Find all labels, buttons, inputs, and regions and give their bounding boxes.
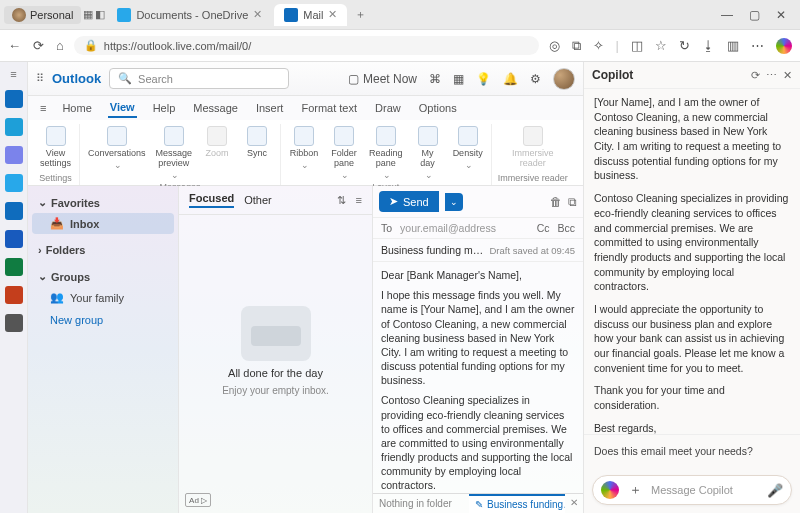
site-lock-icon: 🔒 <box>84 39 98 52</box>
back-button[interactable]: ← <box>8 38 21 53</box>
extensions-icon[interactable]: ✧ <box>593 38 604 53</box>
bcc-button[interactable]: Bcc <box>557 222 575 234</box>
ribbon-reading-pane[interactable]: Reading pane <box>367 124 405 182</box>
app-rail: ≡ <box>0 62 28 513</box>
tab-home[interactable]: Home <box>60 99 93 117</box>
tracking-icon[interactable]: ◎ <box>549 38 560 53</box>
copilot-refresh-icon[interactable]: ⟳ <box>751 69 760 82</box>
rail-mail-icon[interactable] <box>5 90 23 108</box>
tab-format[interactable]: Format text <box>299 99 359 117</box>
footer-tab-nothing[interactable]: Nothing in folder <box>373 494 469 513</box>
search-input[interactable]: 🔍 Search <box>109 68 289 89</box>
browser-profile-chip[interactable]: Personal <box>4 6 81 24</box>
address-bar[interactable]: 🔒 https://outlook.live.com/mail/0/ <box>74 36 539 55</box>
tab-draw[interactable]: Draw <box>373 99 403 117</box>
teams-icon[interactable]: ⌘ <box>429 72 441 86</box>
browser-tab-onedrive[interactable]: Documents - OneDrive ✕ <box>107 4 272 26</box>
ribbon-density[interactable]: Density <box>451 124 485 172</box>
tab-other[interactable]: Other <box>244 194 272 206</box>
ribbon-message-preview[interactable]: Message preview <box>154 124 195 182</box>
browser-collections-icon[interactable]: ▥ <box>727 38 739 53</box>
chat-icon <box>107 126 127 146</box>
calendar-mini-icon[interactable]: ▦ <box>453 72 464 86</box>
section-folders[interactable]: ›Folders <box>32 240 174 260</box>
more-icon[interactable]: ⋯ <box>751 38 764 53</box>
discard-icon[interactable]: 🗑 <box>550 195 562 209</box>
email-body[interactable]: Dear [Bank Manager's Name], I hope this … <box>373 262 583 493</box>
copilot-followup: Does this email meet your needs? <box>584 434 800 467</box>
downloads-icon[interactable]: ⭳ <box>702 38 715 53</box>
ribbon-folder-pane[interactable]: Folder pane <box>327 124 361 182</box>
meet-now-button[interactable]: ▢Meet Now <box>348 72 417 86</box>
folder-inbox[interactable]: 📥Inbox <box>32 213 174 234</box>
app-launcher-icon[interactable]: ⠿ <box>36 72 44 85</box>
section-favorites[interactable]: ⌄Favorites <box>32 192 174 213</box>
rail-calendar-icon[interactable] <box>5 118 23 136</box>
ribbon-conversations[interactable]: Conversations <box>86 124 148 172</box>
section-groups[interactable]: ⌄Groups <box>32 266 174 287</box>
ribbon-my-day[interactable]: My day <box>411 124 445 182</box>
ribbon-sync[interactable]: Sync <box>240 124 274 160</box>
tab-close-icon[interactable]: ✕ <box>253 8 262 21</box>
subject-field[interactable]: Business funding meeting req… <box>381 244 483 256</box>
favorites-icon[interactable]: ☆ <box>655 38 667 53</box>
filter-icon[interactable]: ⇅ <box>337 194 346 207</box>
ad-badge[interactable]: Ad▷ <box>185 493 211 507</box>
tab-message[interactable]: Message <box>191 99 240 117</box>
cc-button[interactable]: Cc <box>537 222 550 234</box>
window-minimize-button[interactable]: — <box>721 8 733 22</box>
copilot-input[interactable]: ＋ Message Copilot 🎤 <box>592 475 792 505</box>
tab-insert[interactable]: Insert <box>254 99 286 117</box>
send-button[interactable]: ➤Send <box>379 191 439 212</box>
window-close-button[interactable]: ✕ <box>776 8 786 22</box>
preview-icon <box>164 126 184 146</box>
tab-focused[interactable]: Focused <box>189 192 234 208</box>
history-icon[interactable]: ↻ <box>679 38 690 53</box>
window-maximize-button[interactable]: ▢ <box>749 8 760 22</box>
footer-tab-close[interactable]: ✕ <box>565 494 583 513</box>
send-options-button[interactable]: ⌄ <box>445 193 463 211</box>
ribbon-ribbon[interactable]: Ribbon <box>287 124 321 172</box>
home-button[interactable]: ⌂ <box>56 38 64 53</box>
footer-tab-draft[interactable]: ✎Business funding… <box>469 494 565 513</box>
ribbon-view-settings[interactable]: View settings <box>38 124 73 170</box>
lightbulb-icon[interactable]: 💡 <box>476 72 491 86</box>
sort-icon[interactable]: ≡ <box>356 194 362 206</box>
copilot-close-icon[interactable]: ✕ <box>783 69 792 82</box>
tab-close-icon[interactable]: ✕ <box>328 8 337 21</box>
draft-saved-label: Draft saved at 09:45 <box>489 245 575 256</box>
rail-powerpoint-icon[interactable] <box>5 286 23 304</box>
copilot-mic-icon[interactable]: 🎤 <box>767 483 783 498</box>
rail-more-icon[interactable] <box>5 314 23 332</box>
copilot-more-icon[interactable]: ⋯ <box>766 69 777 82</box>
settings-icon[interactable]: ⚙ <box>530 72 541 86</box>
rail-menu-icon[interactable]: ≡ <box>10 68 16 80</box>
rail-people-icon[interactable] <box>5 146 23 164</box>
new-group-link[interactable]: New group <box>32 308 174 332</box>
browser-tab-mail[interactable]: Mail ✕ <box>274 4 347 26</box>
tab-options[interactable]: Options <box>417 99 459 117</box>
group-your-family[interactable]: 👥Your family <box>32 287 174 308</box>
split-icon[interactable]: ◫ <box>631 38 643 53</box>
new-tab-button[interactable]: ＋ <box>349 7 372 22</box>
to-field[interactable]: your.email@address <box>400 222 529 234</box>
copilot-browser-icon[interactable] <box>776 38 792 54</box>
collections-icon[interactable]: ◧ <box>95 8 105 21</box>
rail-word-icon[interactable] <box>5 230 23 248</box>
refresh-button[interactable]: ⟳ <box>33 38 44 53</box>
tab-help[interactable]: Help <box>151 99 178 117</box>
workspaces-icon[interactable]: ▦ <box>83 8 93 21</box>
user-avatar[interactable] <box>553 68 575 90</box>
chevron-down-icon: ⌄ <box>38 270 47 283</box>
notifications-icon[interactable]: 🔔 <box>503 72 518 86</box>
rail-todo-icon[interactable] <box>5 202 23 220</box>
popout-icon[interactable]: ⧉ <box>568 195 577 209</box>
copilot-attach-icon[interactable]: ＋ <box>627 482 643 498</box>
shopping-icon[interactable]: ⧉ <box>572 38 581 54</box>
message-list: Focused Other ⇅ ≡ All done for the day E… <box>178 186 373 513</box>
tab-view[interactable]: View <box>108 98 137 118</box>
rail-excel-icon[interactable] <box>5 258 23 276</box>
hamburger-icon[interactable]: ≡ <box>40 102 46 114</box>
rail-files-icon[interactable] <box>5 174 23 192</box>
copilot-title: Copilot <box>592 68 745 82</box>
